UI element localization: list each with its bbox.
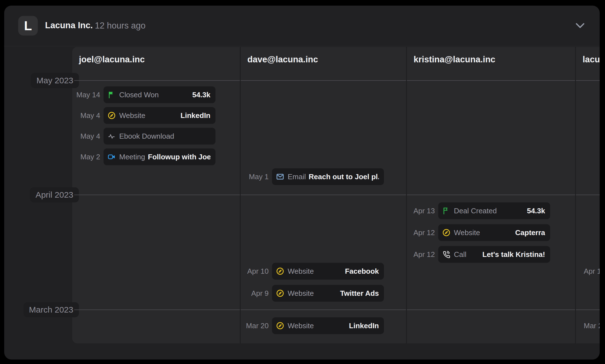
event-value: LinkedIn xyxy=(148,111,210,120)
event-value: Facebook xyxy=(316,267,379,276)
event-value: LinkedIn xyxy=(316,322,379,330)
timeline-event[interactable]: May 4 WebsiteLinkedIn xyxy=(72,107,240,124)
event-date: Apr 10 xyxy=(241,263,269,280)
event-date: May 1 xyxy=(241,168,269,185)
timeline-event[interactable]: May 1 EmailReach out to Joel pl... xyxy=(241,168,406,185)
event-type: Website xyxy=(454,228,480,237)
event-date: Apr 13 xyxy=(407,202,435,219)
compass-icon xyxy=(442,228,451,237)
company-logo: L xyxy=(18,16,38,36)
event-value: 54.3k xyxy=(161,91,210,99)
event-pill[interactable]: WebsiteTwitter Ads xyxy=(272,285,384,302)
event-pill[interactable]: Closed Won54.3k xyxy=(104,86,215,103)
event-value: Capterra xyxy=(483,228,545,237)
event-type: Website xyxy=(288,289,314,298)
month-notch: March 2023 xyxy=(24,302,79,317)
last-activity-timestamp: 12 hours ago xyxy=(95,21,146,31)
event-date: Mar 20 xyxy=(584,317,600,334)
event-type: Call xyxy=(454,250,466,259)
event-type: Website xyxy=(119,111,145,120)
timeline-event[interactable]: Apr 13 Deal Created54.3k xyxy=(407,202,575,219)
envelope-icon xyxy=(276,172,284,181)
month-notch: April 2023 xyxy=(30,187,79,202)
timeline-event: Mar 20 xyxy=(576,317,600,334)
contact-column: lacuna.incApr 10Mar 20 xyxy=(575,47,600,343)
video-icon xyxy=(107,153,116,161)
month-label: March 2023 xyxy=(29,305,73,314)
timeline-event[interactable]: Apr 12 CallLet's talk Kristina! xyxy=(407,246,575,263)
timeline-event[interactable]: Apr 9 WebsiteTwitter Ads xyxy=(241,285,406,302)
event-pill[interactable]: CallLet's talk Kristina! xyxy=(438,246,550,263)
event-type: Website xyxy=(288,322,314,330)
header-divider xyxy=(4,46,600,46)
column-header-email[interactable]: dave@lacuna.inc xyxy=(247,53,318,66)
timeline-event: Apr 10 xyxy=(576,263,600,280)
flag-outline-icon xyxy=(442,207,451,215)
event-pill[interactable]: WebsiteFacebook xyxy=(272,263,384,280)
event-type: Meeting xyxy=(119,153,145,161)
column-header-email[interactable]: kristina@lacuna.inc xyxy=(414,53,495,66)
column-header-email[interactable]: lacuna.inc xyxy=(583,53,600,66)
event-date: May 14 xyxy=(72,86,100,103)
event-date: May 4 xyxy=(72,128,100,145)
event-type: Ebook Download xyxy=(119,132,174,141)
event-date: May 2 xyxy=(72,148,100,165)
timeline-event[interactable]: Mar 20 WebsiteLinkedIn xyxy=(241,317,406,334)
company-card: L Lacuna Inc. 12 hours ago May 2023April… xyxy=(4,6,600,360)
compass-icon xyxy=(107,111,116,120)
event-date: Apr 9 xyxy=(241,285,269,302)
event-type: Website xyxy=(288,267,314,276)
column-header-email[interactable]: joel@lacuna.inc xyxy=(79,53,145,66)
event-pill[interactable]: WebsiteLinkedIn xyxy=(272,317,384,334)
event-type: Deal Created xyxy=(454,207,497,215)
event-date: Apr 12 xyxy=(407,246,435,263)
timeline-event[interactable]: May 4 Ebook Download xyxy=(72,128,240,145)
month-label: April 2023 xyxy=(36,190,73,199)
event-value: 54.3k xyxy=(500,207,545,215)
timeline-event[interactable]: Apr 12 WebsiteCapterra xyxy=(407,224,575,241)
month-label: May 2023 xyxy=(36,76,73,85)
event-pill[interactable]: Ebook Download xyxy=(104,128,215,145)
event-pill[interactable]: MeetingFollowup with Joel xyxy=(104,148,215,165)
event-type: Email xyxy=(288,172,306,181)
event-value: Twitter Ads xyxy=(316,289,379,298)
event-value: Reach out to Joel pl... xyxy=(309,172,379,181)
flag-filled-icon xyxy=(107,91,116,99)
company-name: Lacuna Inc. xyxy=(45,20,93,30)
page-background: L Lacuna Inc. 12 hours ago May 2023April… xyxy=(0,0,605,364)
event-value: Followup with Joel xyxy=(148,153,211,161)
event-pill[interactable]: WebsiteCapterra xyxy=(438,224,550,241)
timeline-event[interactable]: May 2 MeetingFollowup with Joel xyxy=(72,148,240,165)
event-date: Apr 12 xyxy=(407,224,435,241)
event-date: May 4 xyxy=(72,107,100,124)
contact-column: joel@lacuna.incMay 14 Closed Won54.3kMay… xyxy=(72,47,240,343)
contact-column: dave@lacuna.incMay 1 EmailReach out to J… xyxy=(240,47,406,343)
event-type: Closed Won xyxy=(119,91,159,99)
compass-icon xyxy=(276,289,284,297)
event-pill[interactable]: EmailReach out to Joel pl... xyxy=(272,168,384,185)
activity-icon xyxy=(107,132,116,140)
event-pill[interactable]: WebsiteLinkedIn xyxy=(104,107,215,124)
timeline-event[interactable]: May 14 Closed Won54.3k xyxy=(72,86,240,103)
phone-icon xyxy=(442,250,451,259)
compass-icon xyxy=(276,267,284,275)
compass-icon xyxy=(276,322,284,330)
chevron-down-icon[interactable] xyxy=(575,23,585,29)
event-value: Let's talk Kristina! xyxy=(469,250,545,259)
timeline-event[interactable]: Apr 10 WebsiteFacebook xyxy=(241,263,406,280)
company-logo-letter: L xyxy=(24,18,32,33)
month-notch: May 2023 xyxy=(31,73,79,88)
event-date: Apr 10 xyxy=(584,263,600,280)
event-pill[interactable]: Deal Created54.3k xyxy=(438,202,550,219)
contact-column: kristina@lacuna.incApr 13 Deal Created54… xyxy=(406,47,575,343)
event-date: Mar 20 xyxy=(241,317,269,334)
